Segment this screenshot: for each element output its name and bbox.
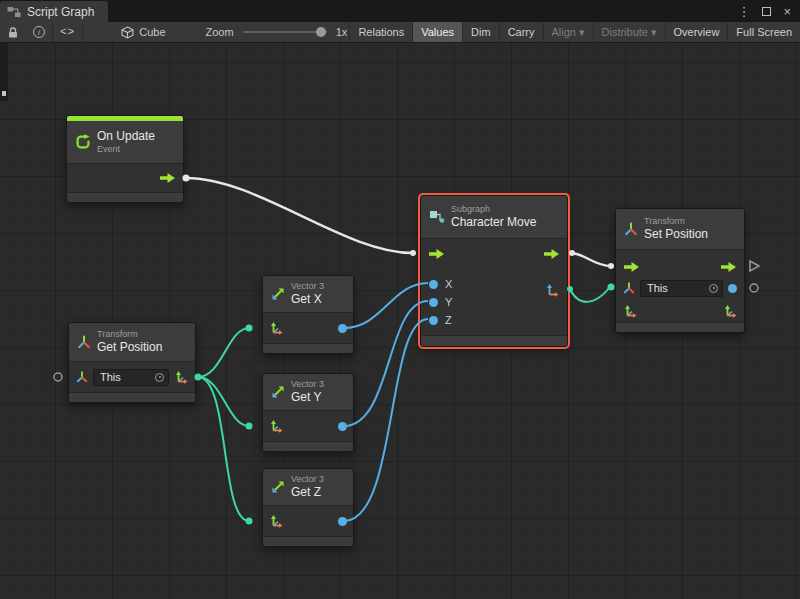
carry-button[interactable]: Carry xyxy=(499,22,543,42)
zoom-control: Zoom 1x xyxy=(206,26,348,38)
flow-output-port[interactable] xyxy=(160,173,175,183)
node-ports xyxy=(263,505,353,537)
node-ports xyxy=(67,163,183,193)
maximize-icon[interactable] xyxy=(762,7,771,16)
target-object[interactable]: Cube xyxy=(121,26,165,39)
transform-icon xyxy=(623,282,635,294)
vector3-icon xyxy=(271,287,285,301)
cube-icon xyxy=(121,26,134,39)
value-input-port-z[interactable] xyxy=(429,316,438,325)
value-output-port-setposition[interactable] xyxy=(750,284,758,292)
value-output-port[interactable] xyxy=(338,422,347,431)
zoom-slider[interactable] xyxy=(243,31,327,33)
button-label: Dim xyxy=(471,26,491,38)
flow-output-port[interactable] xyxy=(544,249,559,259)
wire-onupdate-to-charactermove[interactable] xyxy=(186,178,413,253)
vector-gizmo-icon[interactable] xyxy=(623,304,637,318)
lock-button[interactable] xyxy=(0,22,26,42)
node-header: Transform Get Position xyxy=(69,323,195,361)
window-controls: ⋮ × xyxy=(737,0,800,22)
button-label: Carry xyxy=(508,26,535,38)
edit-script-button[interactable]: <> xyxy=(53,22,82,42)
target-field[interactable]: This xyxy=(93,369,169,386)
values-button[interactable]: Values xyxy=(412,22,462,42)
value-input-port-y[interactable] xyxy=(429,298,438,307)
zoom-slider-handle[interactable] xyxy=(316,27,326,37)
object-picker-icon[interactable] xyxy=(709,284,718,293)
info-button[interactable]: i xyxy=(26,22,52,42)
wire-endpoint xyxy=(410,250,416,256)
node-title: Get X xyxy=(291,292,324,307)
overview-button[interactable]: Overview xyxy=(665,22,728,42)
target-input-port-getposition[interactable] xyxy=(54,373,62,381)
wire-charactermove-to-setposition-value[interactable] xyxy=(570,287,610,302)
wire-gety-to-y[interactable] xyxy=(344,301,428,426)
target-field[interactable]: This xyxy=(640,280,723,297)
node-header: Vector 3 Get Y xyxy=(263,374,353,410)
node-get-position[interactable]: Transform Get Position This xyxy=(68,322,196,403)
node-get-x[interactable]: Vector 3 Get X xyxy=(262,275,354,354)
transform-icon xyxy=(624,222,638,236)
node-character-move[interactable]: Subgraph Character Move X Y xyxy=(420,195,568,347)
flow-continue-port-setposition[interactable] xyxy=(750,261,759,271)
node-header: Vector 3 Get X xyxy=(263,276,353,312)
value-output-port[interactable] xyxy=(338,517,347,526)
chevron-down-icon: ▾ xyxy=(651,26,657,39)
button-label: Align xyxy=(552,26,576,38)
info-icon: i xyxy=(33,26,45,38)
value-output-port[interactable] xyxy=(338,324,347,333)
node-category: Subgraph xyxy=(451,204,536,215)
full-screen-button[interactable]: Full Screen xyxy=(727,22,800,42)
node-footer xyxy=(263,344,353,353)
object-picker-icon[interactable] xyxy=(155,373,164,382)
node-category: Transform xyxy=(97,329,162,340)
wire-charactermove-to-setposition[interactable] xyxy=(570,253,611,266)
flow-input-port[interactable] xyxy=(429,249,444,259)
node-header: Subgraph Character Move xyxy=(421,196,567,238)
node-header: Transform Set Position xyxy=(616,209,744,249)
wire-getz-to-z[interactable] xyxy=(344,319,428,521)
vector-gizmo-icon[interactable] xyxy=(174,370,188,384)
node-footer xyxy=(69,393,195,402)
port-label-y: Y xyxy=(445,296,452,308)
align-button[interactable]: Align ▾ xyxy=(543,22,593,42)
vector3-icon xyxy=(271,480,285,494)
close-icon[interactable]: × xyxy=(783,4,791,19)
wire-getposition-to-gety[interactable] xyxy=(198,377,249,426)
value-input-port-x[interactable] xyxy=(429,280,438,289)
canvas-sidebar-handle[interactable] xyxy=(0,43,8,101)
node-footer xyxy=(67,193,183,202)
node-get-z[interactable]: Vector 3 Get Z xyxy=(262,468,354,547)
port-label-x: X xyxy=(445,278,452,290)
node-on-update[interactable]: On Update Event xyxy=(66,115,184,203)
value-input-port-getx[interactable] xyxy=(246,325,253,332)
node-get-y[interactable]: Vector 3 Get Y xyxy=(262,373,354,452)
wire-getposition-to-getx[interactable] xyxy=(198,328,249,377)
node-subtitle: Event xyxy=(97,144,155,155)
value-input-port-setposition[interactable] xyxy=(608,284,615,291)
node-set-position[interactable]: Transform Set Position xyxy=(615,208,745,333)
vector-output-gizmo-icon[interactable] xyxy=(545,283,559,297)
node-title: Get Position xyxy=(97,340,162,355)
tab-script-graph[interactable]: Script Graph xyxy=(0,1,108,22)
value-output-port[interactable] xyxy=(728,284,737,293)
node-ports: This xyxy=(616,249,744,323)
node-ports: X Y Z xyxy=(421,238,567,336)
dim-button[interactable]: Dim xyxy=(462,22,499,42)
distribute-button[interactable]: Distribute ▾ xyxy=(593,22,665,42)
graph-canvas[interactable]: On Update Event Transfo xyxy=(0,43,800,599)
value-input-port-gety[interactable] xyxy=(246,423,253,430)
menu-icon[interactable]: ⋮ xyxy=(737,4,750,19)
relations-button[interactable]: Relations xyxy=(349,22,412,42)
lock-icon xyxy=(7,26,19,39)
value-input-port-getz[interactable] xyxy=(246,518,253,525)
target-field-value: This xyxy=(100,371,121,383)
flow-input-port[interactable] xyxy=(624,262,639,272)
toolbar-separator xyxy=(82,22,83,42)
vector-gizmo-icon[interactable] xyxy=(723,304,737,318)
node-footer xyxy=(263,537,353,546)
wire-getposition-to-getz[interactable] xyxy=(198,377,249,521)
wire-getx-to-x[interactable] xyxy=(344,283,428,328)
flow-output-port[interactable] xyxy=(721,262,736,272)
sidebar-grip-icon xyxy=(2,91,6,96)
